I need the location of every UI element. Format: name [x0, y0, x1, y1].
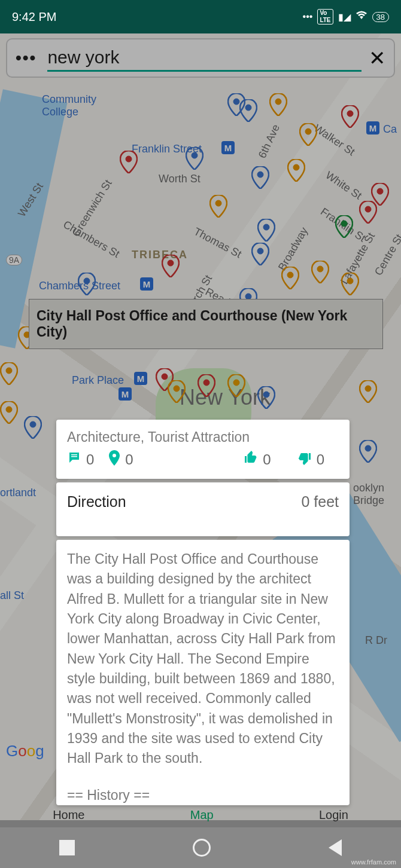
direction-panel[interactable]: Direction 0 feet [56, 482, 350, 536]
comment-icon [67, 451, 81, 469]
description-panel[interactable]: The City Hall Post Office and Courthouse… [56, 540, 350, 805]
thumbs-down-icon [297, 451, 312, 469]
signal-icon: ▮◢ [338, 11, 351, 23]
volte-icon: VoLTE [317, 9, 333, 25]
home-button[interactable] [193, 839, 211, 857]
places-count: 0 [125, 451, 133, 468]
location-icon [108, 450, 120, 469]
back-button[interactable] [329, 839, 342, 856]
battery-icon: 38 [372, 12, 389, 22]
description-text: The City Hall Post Office and Courthouse… [67, 549, 339, 769]
svg-rect-2 [71, 456, 77, 457]
likes-count: 0 [263, 451, 271, 468]
status-bar: 9:42 PM ••• VoLTE ▮◢ 38 [0, 0, 401, 33]
recent-apps-button[interactable] [59, 840, 75, 855]
places-stat[interactable]: 0 [108, 450, 133, 469]
card-header: Architecture, Tourist Attraction 0 0 [56, 420, 350, 479]
history-header: == History == [67, 786, 339, 805]
distance-value: 0 feet [301, 493, 339, 511]
more-dots-icon: ••• [303, 11, 313, 22]
place-card: Architecture, Tourist Attraction 0 0 [56, 420, 350, 805]
comments-stat[interactable]: 0 [67, 451, 94, 469]
status-icons: ••• VoLTE ▮◢ 38 [303, 9, 389, 25]
likes-stat[interactable]: 0 [244, 451, 271, 469]
dislikes-stat[interactable]: 0 [297, 451, 324, 469]
status-time: 9:42 PM [12, 10, 56, 24]
place-categories: Architecture, Tourist Attraction [67, 429, 339, 445]
direction-label: Direction [67, 493, 126, 511]
dislikes-count: 0 [317, 451, 324, 468]
svg-rect-1 [71, 454, 77, 456]
thumbs-up-icon [244, 451, 258, 469]
watermark: www.frfam.com [351, 858, 396, 866]
comments-count: 0 [86, 451, 94, 468]
wifi-icon [356, 11, 367, 23]
android-navbar [0, 827, 401, 868]
